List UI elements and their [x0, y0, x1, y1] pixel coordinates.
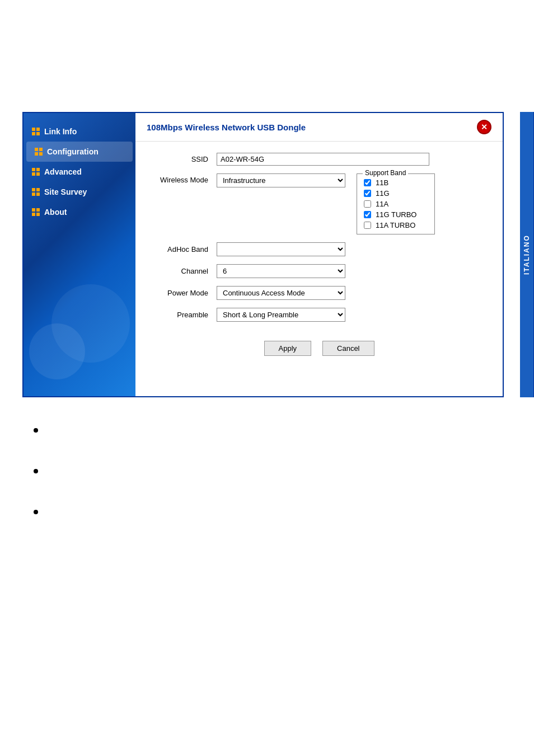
bullets-section	[34, 425, 44, 548]
bullet-item-1	[34, 425, 44, 433]
ssid-input-wrapper	[217, 153, 429, 166]
band-checkbox-11a-turbo[interactable]	[364, 222, 371, 229]
adhoc-band-row: AdHoc Band	[149, 242, 489, 256]
link-info-icon	[32, 128, 40, 135]
main-content: 108Mbps Wireless Network USB Dongle ✕ SS…	[135, 113, 503, 396]
side-label: ITALIANO	[520, 112, 534, 397]
band-option-11g: 11G	[364, 189, 428, 198]
adhoc-band-label: AdHoc Band	[149, 245, 217, 253]
ssid-row: SSID	[149, 153, 489, 166]
bullet-item-2	[34, 466, 44, 473]
wireless-mode-select[interactable]: Infrastructure AdHoc	[217, 173, 345, 187]
preamble-input-wrapper: Short & Long Preamble Long Preamble Only	[217, 308, 345, 322]
site-survey-icon	[32, 188, 40, 196]
preamble-row: Preamble Short & Long Preamble Long Prea…	[149, 308, 489, 322]
support-band-legend: Support Band	[363, 169, 408, 177]
adhoc-band-select[interactable]	[217, 242, 345, 256]
power-mode-input-wrapper: Continuous Access Mode Fast Power Save M…	[217, 286, 345, 300]
band-label-11g-turbo: 11G TURBO	[376, 210, 416, 219]
cancel-button[interactable]: Cancel	[322, 341, 374, 356]
apply-button[interactable]: Apply	[264, 341, 312, 356]
sidebar-item-site-survey[interactable]: Site Survey	[24, 182, 135, 202]
power-mode-label: Power Mode	[149, 289, 217, 297]
bullet-item-3	[34, 507, 44, 514]
band-checkbox-11b[interactable]	[364, 179, 371, 186]
preamble-select[interactable]: Short & Long Preamble Long Preamble Only	[217, 308, 345, 322]
channel-select[interactable]: 6 12345 7891011	[217, 264, 345, 278]
preamble-label: Preamble	[149, 311, 217, 319]
sidebar: Link Info Configuration Advanced Site Su…	[24, 113, 135, 396]
advanced-icon	[32, 168, 40, 176]
band-label-11a: 11A	[376, 200, 388, 208]
form-area: SSID Wireless Mode Infrastructure AdHoc	[135, 142, 503, 396]
wireless-mode-row: Wireless Mode Infrastructure AdHoc Suppo…	[149, 173, 489, 234]
band-option-11a-turbo: 11A TURBO	[364, 221, 428, 229]
adhoc-band-input-wrapper	[217, 242, 345, 256]
app-window: Link Info Configuration Advanced Site Su…	[22, 112, 504, 397]
band-label-11b: 11B	[376, 179, 388, 187]
power-mode-select[interactable]: Continuous Access Mode Fast Power Save M…	[217, 286, 345, 300]
band-option-11a: 11A	[364, 200, 428, 208]
ssid-input[interactable]	[217, 153, 429, 166]
app-title: 108Mbps Wireless Network USB Dongle	[147, 123, 306, 132]
sidebar-item-configuration[interactable]: Configuration	[26, 142, 133, 162]
wireless-mode-input-wrapper: Infrastructure AdHoc	[217, 173, 345, 187]
sidebar-item-link-info[interactable]: Link Info	[24, 121, 135, 142]
close-button[interactable]: ✕	[477, 120, 491, 134]
sidebar-item-about[interactable]: About	[24, 202, 135, 222]
header: 108Mbps Wireless Network USB Dongle ✕	[135, 113, 503, 142]
band-option-11g-turbo: 11G TURBO	[364, 210, 428, 219]
support-band-box: Support Band 11B 11G 11A	[357, 173, 435, 234]
channel-row: Channel 6 12345 7891011	[149, 264, 489, 278]
band-checkbox-11g-turbo[interactable]	[364, 211, 371, 218]
about-icon	[32, 208, 40, 216]
page-wrapper: Link Info Configuration Advanced Site Su…	[0, 0, 534, 756]
band-label-11a-turbo: 11A TURBO	[376, 221, 415, 229]
bullet-dot-2	[34, 469, 38, 473]
button-row: Apply Cancel	[149, 330, 489, 367]
sidebar-item-advanced[interactable]: Advanced	[24, 162, 135, 182]
band-checkbox-11a[interactable]	[364, 200, 371, 208]
power-mode-row: Power Mode Continuous Access Mode Fast P…	[149, 286, 489, 300]
ssid-label: SSID	[149, 155, 217, 163]
bullet-dot-1	[34, 428, 38, 433]
bullet-dot-3	[34, 510, 38, 514]
channel-input-wrapper: 6 12345 7891011	[217, 264, 345, 278]
channel-label: Channel	[149, 267, 217, 275]
configuration-icon	[35, 148, 43, 156]
band-label-11g: 11G	[376, 189, 390, 198]
band-checkbox-11g[interactable]	[364, 190, 371, 197]
band-option-11b: 11B	[364, 179, 428, 187]
wireless-mode-label: Wireless Mode	[149, 173, 217, 184]
